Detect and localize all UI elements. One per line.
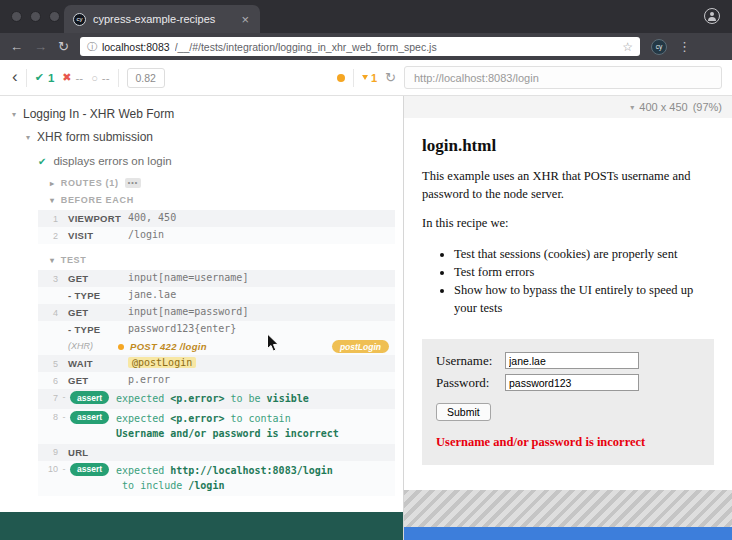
viewport-size-dropdown[interactable]: ▾ 400 x 450 (97%) — [404, 96, 732, 118]
recipe-list: Test that sessions (cookies) are properl… — [422, 245, 714, 318]
command-row[interactable]: - TYPE password123{enter} — [38, 321, 395, 338]
assert-message: expected <p.error> to contain Username a… — [116, 411, 389, 442]
cypress-favicon-icon: cy — [73, 13, 86, 26]
command-row[interactable]: 2 VISIT /login — [38, 227, 395, 244]
aut-url-field[interactable]: http://localhost:8083/login — [404, 66, 722, 89]
command-args: password123{enter} — [128, 323, 236, 334]
submit-button[interactable]: Submit — [436, 403, 491, 421]
chevron-down-icon: ▾ — [50, 196, 55, 205]
password-field[interactable] — [505, 374, 639, 391]
assert-command-row[interactable]: 10 - assert expected http://localhost:80… — [38, 461, 395, 496]
bookmark-star-icon[interactable]: ☆ — [622, 40, 633, 54]
chevron-down-icon: ▾ — [26, 133, 30, 142]
assert-command-row[interactable]: 7 - assert expected <p.error> to be visi… — [38, 389, 395, 409]
test-section-label: TEST — [61, 255, 87, 265]
browser-tab[interactable]: cy cypress-example-recipes × — [64, 5, 260, 33]
chevron-down-icon: ▾ — [630, 103, 634, 112]
xhr-dot-icon — [118, 344, 124, 350]
test-title: displays errors on login — [53, 155, 171, 167]
duration-badge: 0.82 — [127, 68, 165, 88]
passed-count: 1 — [48, 72, 54, 84]
before-each-section-row[interactable]: ▾ BEFORE EACH — [0, 191, 403, 208]
chevron-right-icon: ▸ — [50, 179, 55, 188]
assert-command-row[interactable]: 8 - assert expected <p.error> to contain… — [38, 409, 395, 444]
spec-title: Logging In - XHR Web Form — [23, 107, 174, 121]
cypress-extension-icon[interactable]: cy — [651, 39, 667, 55]
xhr-activity-icon — [337, 74, 345, 82]
minimize-window-button[interactable] — [30, 11, 41, 22]
command-name: GET — [58, 306, 128, 318]
info-icon[interactable]: ⓘ — [87, 40, 97, 54]
command-row[interactable]: 9 URL — [38, 444, 395, 461]
command-number: 2 — [38, 229, 58, 241]
command-number — [38, 340, 58, 342]
command-row[interactable]: 6 GET p.error — [38, 372, 395, 389]
assert-message: expected http://localhost:8083/login to … — [116, 463, 389, 494]
test-commands: 3 GET input[name=username] - TYPE jane.l… — [38, 270, 395, 496]
chevron-down-icon: ▾ — [12, 110, 16, 119]
reporter-footer-bar — [0, 512, 403, 540]
username-field[interactable] — [505, 352, 639, 369]
pending-circle-icon: ○ — [91, 72, 98, 84]
spec-title-row[interactable]: ▾ Logging In - XHR Web Form — [0, 102, 403, 126]
ellipsis-icon[interactable]: ••• — [125, 178, 141, 188]
zoom-window-button[interactable] — [49, 11, 60, 22]
passed-check-icon: ✔ — [35, 71, 44, 84]
assert-badge: assert — [70, 463, 109, 476]
command-number: 7 — [38, 391, 58, 403]
xhr-label: (XHR) — [58, 340, 118, 351]
divider — [118, 69, 119, 87]
url-host: localhost:8083 — [102, 41, 170, 53]
restart-tests-icon[interactable]: ↻ — [385, 70, 396, 85]
list-item: Test that sessions (cookies) are properl… — [454, 245, 714, 263]
command-row[interactable]: - TYPE jane.lae — [38, 287, 395, 304]
browser-menu-icon[interactable]: ⋮ — [678, 39, 691, 54]
command-row[interactable]: 5 WAIT @postLogin — [38, 355, 395, 372]
xhr-count: 1 — [371, 72, 377, 84]
back-icon[interactable]: ← — [10, 40, 23, 53]
suite-title: XHR form submission — [37, 130, 153, 144]
test-row[interactable]: ✔ displays errors on login — [0, 148, 403, 174]
command-dash: - — [58, 411, 70, 422]
url-path: /__/#/tests/integration/logging_in_xhr_w… — [175, 41, 618, 53]
command-name: URL — [58, 446, 128, 458]
command-row[interactable]: 1 VIEWPORT 400, 450 — [38, 210, 395, 227]
command-args: input[name=password] — [128, 306, 248, 317]
runner-back-icon[interactable]: ‹ — [12, 68, 18, 87]
address-bar[interactable]: ⓘ localhost:8083 /__/#/tests/integration… — [80, 37, 640, 56]
username-label: Username: — [436, 353, 500, 369]
command-row[interactable]: 3 GET input[name=username] — [38, 270, 395, 287]
assert-badge: assert — [70, 391, 109, 404]
test-section-row[interactable]: ▾ TEST — [0, 251, 403, 268]
forward-icon[interactable]: → — [34, 40, 47, 53]
command-row[interactable]: 4 GET input[name=password] — [38, 304, 395, 321]
browser-toolbar: ← → ↻ ⓘ localhost:8083 /__/#/tests/integ… — [0, 33, 732, 60]
tab-close-icon[interactable]: × — [239, 13, 251, 26]
out-of-bounds-hatch — [404, 490, 732, 527]
password-label: Password: — [436, 375, 500, 391]
profile-icon[interactable] — [704, 8, 720, 24]
browser-window: cy cypress-example-recipes × ← → ↻ ⓘ loc… — [0, 0, 732, 540]
suite-row[interactable]: ▾ XHR form submission — [0, 126, 403, 148]
intro-paragraph: This example uses an XHR that POSTs user… — [422, 168, 714, 203]
command-args: jane.lae — [128, 289, 176, 300]
routes-section-row[interactable]: ▸ ROUTES (1) ••• — [0, 174, 403, 191]
pending-count: -- — [102, 72, 110, 84]
command-name: GET — [58, 272, 128, 284]
command-number: 5 — [38, 357, 58, 369]
close-window-button[interactable] — [11, 11, 22, 22]
failed-stat: ✖ -- — [62, 71, 83, 84]
command-dash: - — [58, 391, 70, 402]
list-item: Test form errors — [454, 263, 714, 281]
pending-stat: ○ -- — [91, 72, 109, 84]
command-number: 3 — [38, 272, 58, 284]
xhr-command-row[interactable]: (XHR) POST 422 /login postLogin — [38, 338, 395, 355]
login-error-message: Username and/or password is incorrect — [436, 435, 700, 450]
mouse-cursor — [266, 333, 279, 353]
command-args: p.error — [128, 374, 170, 385]
reload-icon[interactable]: ↻ — [58, 40, 69, 53]
command-number: 4 — [38, 306, 58, 318]
xhr-arrow-icon — [362, 75, 368, 80]
command-number: 6 — [38, 374, 58, 386]
command-args-alias: @postLogin — [128, 357, 196, 368]
